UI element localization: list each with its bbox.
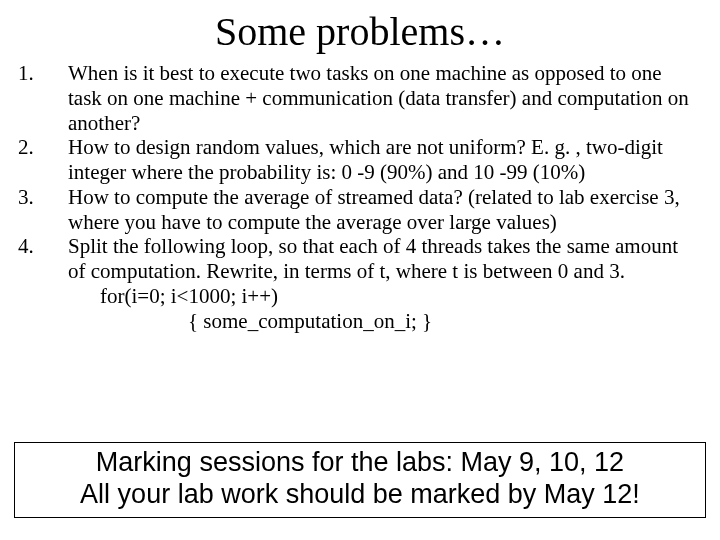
list-item: 4. Split the following loop, so that eac… xyxy=(18,234,702,333)
code-line: { some_computation_on_i; } xyxy=(68,309,696,334)
item-text: How to design random values, which are n… xyxy=(68,135,702,185)
list-item: 3. How to compute the average of streame… xyxy=(18,185,702,235)
code-line: for(i=0; i<1000; i++) xyxy=(68,284,696,309)
footer-line: All your lab work should be marked by Ma… xyxy=(19,479,701,511)
slide: Some problems… 1. When is it best to exe… xyxy=(0,0,720,540)
list-item: 2. How to design random values, which ar… xyxy=(18,135,702,185)
item-number: 4. xyxy=(18,234,68,333)
item-text: How to compute the average of streamed d… xyxy=(68,185,702,235)
item-text: Split the following loop, so that each o… xyxy=(68,234,678,283)
item-body: Split the following loop, so that each o… xyxy=(68,234,702,333)
problem-list: 1. When is it best to execute two tasks … xyxy=(18,61,702,333)
list-item: 1. When is it best to execute two tasks … xyxy=(18,61,702,135)
footer-note: Marking sessions for the labs: May 9, 10… xyxy=(14,442,706,518)
footer-line: Marking sessions for the labs: May 9, 10… xyxy=(19,447,701,479)
item-number: 3. xyxy=(18,185,68,235)
item-text: When is it best to execute two tasks on … xyxy=(68,61,702,135)
slide-title: Some problems… xyxy=(18,6,702,55)
item-number: 2. xyxy=(18,135,68,185)
item-number: 1. xyxy=(18,61,68,135)
